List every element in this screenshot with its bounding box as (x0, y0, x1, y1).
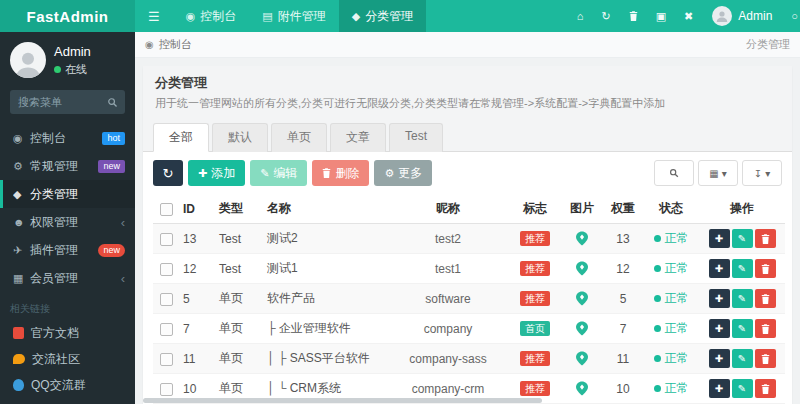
sidebar-item[interactable]: ◉控制台hot (0, 124, 135, 152)
column-header[interactable]: 类型 (215, 194, 263, 224)
id-cell: 7 (179, 314, 215, 344)
column-header[interactable]: 状态 (643, 194, 699, 224)
refresh-icon[interactable]: ↻ (592, 0, 619, 32)
layers-icon[interactable]: ▣ (647, 0, 675, 32)
tab-item[interactable]: 默认 (212, 123, 268, 152)
column-header[interactable]: 标志 (509, 194, 561, 224)
topnav-item[interactable]: ◉控制台 (173, 0, 250, 32)
row-add-button[interactable]: ✚ (709, 349, 730, 368)
row-add-button[interactable]: ✚ (709, 229, 730, 248)
gear-icon: ⚙ (384, 168, 394, 179)
power-icon[interactable]: ○ (782, 0, 800, 32)
flag-badge: 推荐 (520, 351, 550, 366)
delete-button[interactable]: 删除 (312, 160, 369, 186)
tab-item[interactable]: 文章 (330, 123, 386, 152)
row-delete-button[interactable] (755, 229, 776, 248)
row-checkbox[interactable] (160, 323, 173, 336)
dashboard-icon: ◉ (145, 39, 154, 50)
status-cell: 正常 (643, 254, 699, 284)
table-row[interactable]: 12Test测试1test1推荐12正常✚✎ (153, 254, 785, 284)
table-row[interactable]: 11单页│ ├ SASS平台软件company-sass推荐11正常✚✎ (153, 344, 785, 374)
nickname-cell: company-sass (387, 344, 509, 374)
sidebar-toggle-button[interactable]: ☰ (135, 0, 173, 32)
table-body: 13Test测试2test2推荐13正常✚✎12Test测试1test1推荐12… (153, 224, 785, 404)
row-checkbox[interactable] (160, 233, 173, 246)
refresh-button[interactable]: ↻ (153, 160, 183, 186)
row-checkbox[interactable] (160, 383, 173, 396)
sidebar-link[interactable]: QQ交流群 (0, 372, 135, 398)
row-delete-button[interactable] (755, 349, 776, 368)
table-row[interactable]: 5单页软件产品software推荐5正常✚✎ (153, 284, 785, 314)
column-header[interactable]: 图片 (561, 194, 603, 224)
row-checkbox[interactable] (160, 293, 173, 306)
edit-button[interactable]: ✎编辑 (250, 160, 307, 186)
row-edit-button[interactable]: ✎ (732, 259, 753, 278)
row-delete-button[interactable] (755, 319, 776, 338)
sidebar-item[interactable]: ▦会员管理‹ (0, 264, 135, 292)
flag-badge: 推荐 (520, 381, 550, 396)
horizontal-scrollbar[interactable] (143, 398, 542, 403)
table-header-row: ID类型名称昵称标志图片权重状态操作 (153, 194, 785, 224)
topnav-item[interactable]: ◆分类管理 (339, 0, 426, 32)
sidebar-item[interactable]: ✈插件管理new (0, 236, 135, 264)
sidebar-link[interactable]: 官方文档 (0, 320, 135, 346)
caret-down-icon: ▾ (765, 168, 770, 179)
sidebar-item[interactable]: ⚙常规管理new (0, 152, 135, 180)
row-edit-button[interactable]: ✎ (732, 319, 753, 338)
select-all-checkbox[interactable] (153, 194, 179, 224)
row-edit-button[interactable]: ✎ (732, 289, 753, 308)
sidebar-item[interactable]: ◆分类管理 (0, 180, 135, 208)
row-delete-button[interactable] (755, 379, 776, 398)
sidebar-item-label: 会员管理 (30, 270, 78, 287)
home-icon[interactable]: ⌂ (568, 0, 593, 32)
sidebar-item[interactable]: ☻权限管理‹ (0, 208, 135, 236)
search-icon[interactable] (107, 97, 125, 108)
menu-search-input[interactable] (10, 96, 107, 108)
row-checkbox[interactable] (160, 263, 173, 276)
table-row[interactable]: 7单页├ 企业管理软件company首页7正常✚✎ (153, 314, 785, 344)
content: 分类管理 用于统一管理网站的所有分类,分类可进行无限级分类,分类类型请在常规管理… (135, 58, 800, 404)
sidebar-link[interactable]: 交流社区 (0, 346, 135, 372)
search-toggle-button[interactable] (654, 160, 694, 186)
tab-active[interactable]: 全部 (153, 123, 209, 152)
name-cell: 测试1 (263, 254, 387, 284)
export-dropdown-button[interactable]: ↧▾ (742, 160, 782, 186)
topnav-item[interactable]: ▤附件管理 (249, 0, 338, 32)
category-table: ID类型名称昵称标志图片权重状态操作 13Test测试2test2推荐13正常✚… (153, 194, 785, 404)
column-header[interactable]: 昵称 (387, 194, 509, 224)
trash-icon[interactable] (620, 0, 647, 32)
row-add-button[interactable]: ✚ (709, 319, 730, 338)
add-button[interactable]: ✚添加 (188, 160, 245, 186)
row-add-button[interactable]: ✚ (709, 259, 730, 278)
row-edit-button[interactable]: ✎ (732, 379, 753, 398)
columns-dropdown-button[interactable]: ▦▾ (698, 160, 738, 186)
trash-icon (322, 168, 331, 178)
image-placeholder-icon (565, 231, 599, 246)
row-delete-button[interactable] (755, 259, 776, 278)
menu-badge: hot (102, 132, 125, 145)
tab-item[interactable]: Test (389, 123, 443, 152)
flag-badge: 推荐 (520, 231, 550, 246)
row-edit-button[interactable]: ✎ (732, 229, 753, 248)
breadcrumb-home[interactable]: 控制台 (159, 37, 192, 52)
more-button[interactable]: ⚙更多 (374, 160, 432, 186)
brand-logo[interactable]: FastAdmin (0, 0, 135, 32)
attachment-icon: ▤ (262, 10, 272, 23)
column-header[interactable]: 操作 (699, 194, 785, 224)
row-checkbox[interactable] (160, 353, 173, 366)
column-header[interactable]: 权重 (603, 194, 643, 224)
column-header[interactable]: ID (179, 194, 215, 224)
tab-item[interactable]: 单页 (271, 123, 327, 152)
row-add-button[interactable]: ✚ (709, 379, 730, 398)
row-delete-button[interactable] (755, 289, 776, 308)
row-edit-button[interactable]: ✎ (732, 349, 753, 368)
operate-cell: ✚✎ (699, 284, 785, 314)
table-row[interactable]: 13Test测试2test2推荐13正常✚✎ (153, 224, 785, 254)
fullscreen-icon[interactable]: ✖ (675, 0, 702, 32)
user-menu[interactable]: Admin (702, 6, 782, 26)
row-add-button[interactable]: ✚ (709, 289, 730, 308)
menu-search (10, 90, 125, 114)
community-icon (13, 354, 25, 364)
column-header[interactable]: 名称 (263, 194, 387, 224)
chevron-left-icon: ‹ (121, 216, 125, 229)
